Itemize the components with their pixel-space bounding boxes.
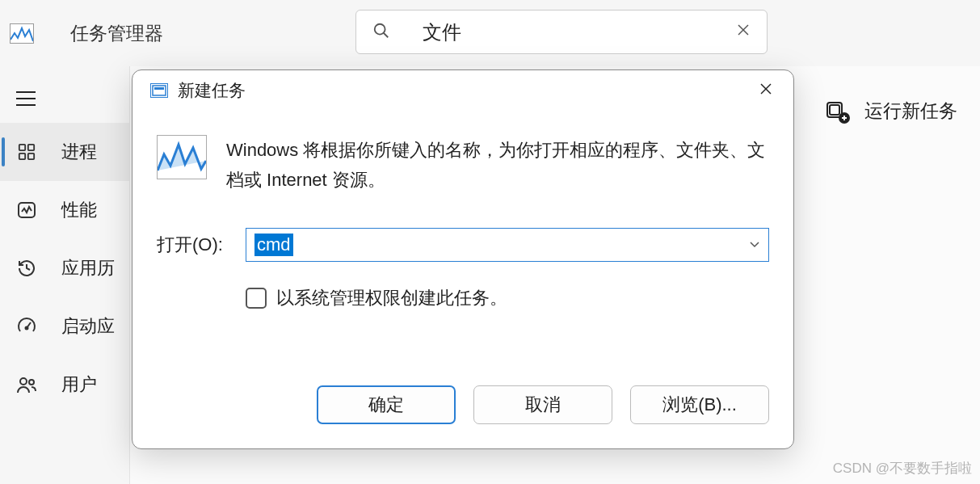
- app-header: 任务管理器 文件: [0, 0, 980, 66]
- app-title: 任务管理器: [70, 21, 163, 46]
- svg-rect-9: [19, 154, 25, 159]
- watermark: CSDN @不要数手指啦: [833, 459, 972, 478]
- task-manager-app-icon: [10, 23, 34, 44]
- ok-button[interactable]: 确定: [317, 385, 456, 424]
- users-icon: [16, 374, 37, 395]
- chevron-down-icon[interactable]: [749, 239, 760, 250]
- sidebar-item-startup[interactable]: 启动应: [0, 297, 129, 356]
- sidebar-item-app-history[interactable]: 应用历: [0, 239, 129, 297]
- svg-line-1: [384, 32, 389, 37]
- svg-point-13: [26, 327, 28, 330]
- grid-icon: [16, 141, 37, 162]
- svg-rect-22: [154, 87, 164, 90]
- sidebar-item-users[interactable]: 用户: [0, 356, 129, 414]
- search-input[interactable]: 文件: [355, 10, 768, 54]
- open-combobox[interactable]: cmd: [246, 228, 769, 262]
- run-dialog-icon: [150, 83, 168, 98]
- sidebar-item-label: 启动应: [61, 314, 115, 339]
- admin-checkbox[interactable]: [246, 288, 267, 309]
- hamburger-menu-button[interactable]: [0, 74, 129, 123]
- svg-rect-11: [19, 203, 35, 217]
- cancel-button[interactable]: 取消: [473, 385, 612, 424]
- svg-rect-10: [28, 154, 34, 159]
- svg-point-0: [375, 23, 385, 34]
- run-new-task-label: 运行新任务: [864, 99, 957, 124]
- sidebar-item-label: 用户: [61, 372, 97, 397]
- svg-rect-8: [28, 145, 34, 150]
- admin-label: 以系统管理权限创建此任务。: [276, 286, 507, 310]
- svg-rect-17: [830, 105, 839, 115]
- sidebar-item-label: 应用历: [61, 256, 115, 280]
- sidebar-item-label: 进程: [61, 140, 97, 164]
- open-label: 打开(O):: [157, 233, 236, 257]
- sidebar-item-label: 性能: [61, 198, 97, 222]
- svg-point-15: [29, 380, 34, 385]
- sidebar: 进程 性能 应用历 启动应 用户: [0, 66, 129, 484]
- search-icon: [372, 22, 390, 43]
- svg-rect-7: [19, 145, 25, 150]
- new-task-dialog: 新建任务 Windows 将根据你所键入的名称，为你打开相应的程序、文件夹、文档…: [132, 69, 794, 449]
- close-button[interactable]: [756, 82, 776, 100]
- sidebar-item-performance[interactable]: 性能: [0, 181, 129, 239]
- run-new-task-icon: [826, 99, 850, 124]
- run-new-task-button[interactable]: 运行新任务: [826, 99, 957, 124]
- sidebar-item-processes[interactable]: 进程: [0, 123, 129, 181]
- dialog-titlebar: 新建任务: [132, 70, 793, 111]
- dialog-title: 新建任务: [178, 79, 246, 102]
- svg-rect-21: [153, 86, 166, 95]
- browse-button[interactable]: 浏览(B)...: [630, 385, 769, 424]
- open-value: cmd: [254, 234, 293, 256]
- history-icon: [16, 258, 37, 279]
- search-value: 文件: [423, 19, 736, 45]
- svg-point-14: [20, 378, 27, 385]
- speed-icon: [16, 316, 37, 337]
- task-manager-icon: [157, 135, 207, 179]
- dialog-description: Windows 将根据你所键入的名称，为你打开相应的程序、文件夹、文档或 Int…: [226, 135, 769, 196]
- activity-icon: [16, 200, 37, 221]
- clear-icon[interactable]: [736, 23, 751, 41]
